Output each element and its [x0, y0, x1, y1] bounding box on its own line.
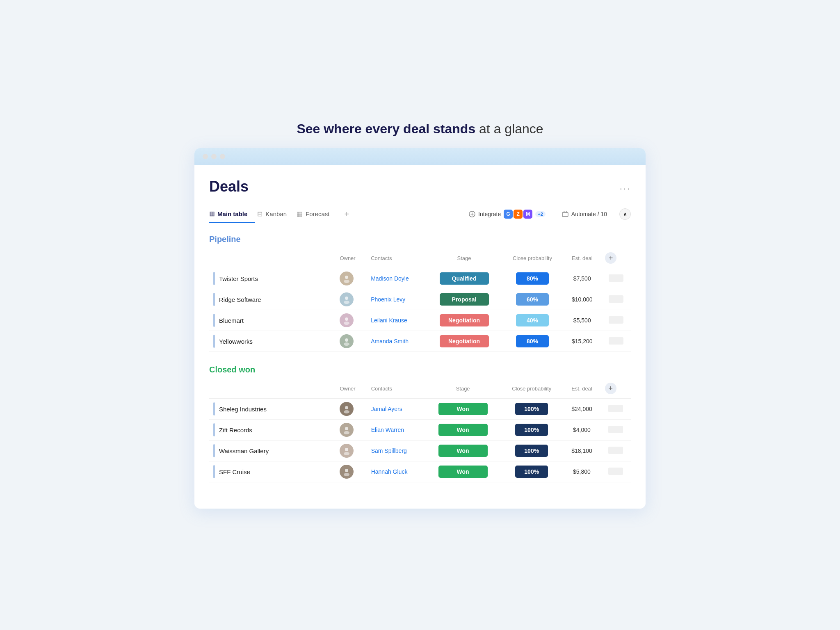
stage-badge: Won: [438, 445, 488, 457]
contact-link[interactable]: Elian Warren: [371, 427, 404, 433]
avatar-icon: [342, 404, 351, 413]
window-dot-1: [203, 154, 208, 159]
closed-won-table: Owner Contacts Stage Close probability E…: [209, 380, 631, 482]
app-icon-2: Z: [514, 210, 523, 219]
contact-cell[interactable]: Jamal Ayers: [367, 399, 425, 420]
company-cell: Bluemart: [209, 310, 336, 331]
pipeline-section: Pipeline Owner Contacts Stage Close prob…: [209, 235, 631, 352]
contact-link[interactable]: Leilani Krause: [371, 317, 407, 324]
owner-cell: [336, 310, 367, 331]
more-menu-button[interactable]: ...: [620, 181, 631, 192]
table-row: Zift Records Elian Warren Won 100%: [209, 420, 631, 441]
avatar: [340, 423, 354, 437]
svg-point-9: [344, 342, 349, 346]
contact-cell[interactable]: Hannah Gluck: [367, 461, 425, 482]
stage-cell: Proposal: [427, 289, 502, 310]
probability-badge: 80%: [516, 335, 549, 347]
automate-label: Automate / 10: [571, 211, 607, 217]
empty-action: [608, 447, 623, 454]
est-deal-cell: $5,800: [563, 461, 600, 482]
svg-point-2: [345, 276, 348, 279]
empty-action-cell: [601, 420, 631, 441]
company-cell: Twister Sports: [209, 268, 336, 289]
est-deal-cell: $18,100: [563, 441, 600, 461]
est-deal-cell: $5,500: [563, 310, 601, 331]
avatar-icon: [342, 274, 351, 283]
probability-badge: 60%: [516, 293, 549, 306]
contact-cell[interactable]: Amanda Smith: [367, 331, 427, 352]
cw-col-stage: Stage: [425, 380, 500, 399]
company-name-text: Ridge Software: [219, 296, 261, 303]
owner-cell: [336, 399, 367, 420]
probability-badge: 80%: [516, 272, 549, 285]
contact-cell[interactable]: Elian Warren: [367, 420, 425, 441]
contact-cell[interactable]: Leilani Krause: [367, 310, 427, 331]
add-closed-won-column-button[interactable]: +: [605, 383, 616, 394]
svg-point-5: [344, 301, 349, 304]
stage-badge: Won: [438, 466, 488, 478]
est-deal-cell: $4,000: [563, 420, 600, 441]
probability-badge: 100%: [515, 466, 548, 478]
avatar-icon: [342, 295, 351, 304]
app-icon-1: G: [504, 210, 513, 219]
cw-col-est-deal: Est. deal: [563, 380, 600, 399]
avatar: [340, 313, 354, 327]
svg-point-10: [345, 406, 348, 409]
headline-normal: at a glance: [475, 121, 543, 136]
empty-action-cell: [601, 441, 631, 461]
tab-forecast[interactable]: ▦ Forecast: [297, 206, 337, 223]
tab-main-table[interactable]: ⊞ Main table: [209, 206, 255, 223]
contact-link[interactable]: Sam Spillberg: [371, 447, 407, 454]
row-indicator: [213, 272, 215, 285]
empty-action: [608, 426, 623, 433]
company-cell: Yellowworks: [209, 331, 336, 352]
row-indicator: [213, 402, 215, 415]
avatar: [340, 465, 354, 479]
contact-link[interactable]: Madison Doyle: [371, 275, 409, 282]
contact-link[interactable]: Amanda Smith: [371, 338, 409, 345]
page-title: Deals: [209, 178, 249, 195]
empty-action-cell: [601, 289, 631, 310]
probability-cell: 100%: [500, 420, 563, 441]
add-pipeline-column-button[interactable]: +: [605, 252, 616, 264]
svg-point-12: [345, 427, 348, 430]
company-name-text: Bluemart: [219, 317, 244, 324]
cw-col-contacts: Contacts: [367, 380, 425, 399]
integrate-button[interactable]: Integrate G Z M +2: [465, 208, 550, 221]
col-add: +: [601, 250, 631, 268]
automate-button[interactable]: Automate / 10: [558, 209, 611, 219]
empty-action-cell: [601, 268, 631, 289]
contact-link[interactable]: Hannah Gluck: [371, 468, 408, 475]
integrate-label: Integrate: [478, 211, 501, 217]
col-probability: Close probability: [501, 250, 563, 268]
add-tab-button[interactable]: +: [339, 205, 354, 223]
stage-badge: Won: [438, 403, 488, 415]
stage-cell: Qualified: [427, 268, 502, 289]
window-titlebar: [194, 148, 646, 165]
window-dot-2: [211, 154, 217, 159]
stage-badge: Qualified: [440, 272, 489, 285]
col-contacts: Contacts: [367, 250, 427, 268]
tab-forecast-label: Forecast: [306, 210, 329, 217]
svg-point-13: [344, 431, 349, 434]
kanban-icon: ⊟: [257, 210, 262, 218]
stage-badge: Won: [438, 424, 488, 436]
table-row: SFF Cruise Hannah Gluck Won 100%: [209, 461, 631, 482]
tab-kanban-label: Kanban: [265, 210, 287, 217]
tab-kanban[interactable]: ⊟ Kanban: [257, 206, 294, 223]
company-name-text: Zift Records: [219, 427, 252, 434]
probability-badge: 100%: [515, 424, 548, 436]
contact-link[interactable]: Jamal Ayers: [371, 406, 402, 412]
avatar: [340, 444, 354, 458]
contact-cell[interactable]: Phoenix Levy: [367, 289, 427, 310]
contact-cell[interactable]: Sam Spillberg: [367, 441, 425, 461]
contact-cell[interactable]: Madison Doyle: [367, 268, 427, 289]
probability-cell: 100%: [500, 441, 563, 461]
avatar: [340, 272, 354, 285]
company-cell: Waissman Gallery: [209, 441, 336, 461]
contact-link[interactable]: Phoenix Levy: [371, 296, 405, 303]
owner-cell: [336, 268, 367, 289]
collapse-button[interactable]: ∧: [619, 208, 631, 220]
empty-action: [609, 274, 623, 282]
svg-point-4: [345, 297, 348, 300]
